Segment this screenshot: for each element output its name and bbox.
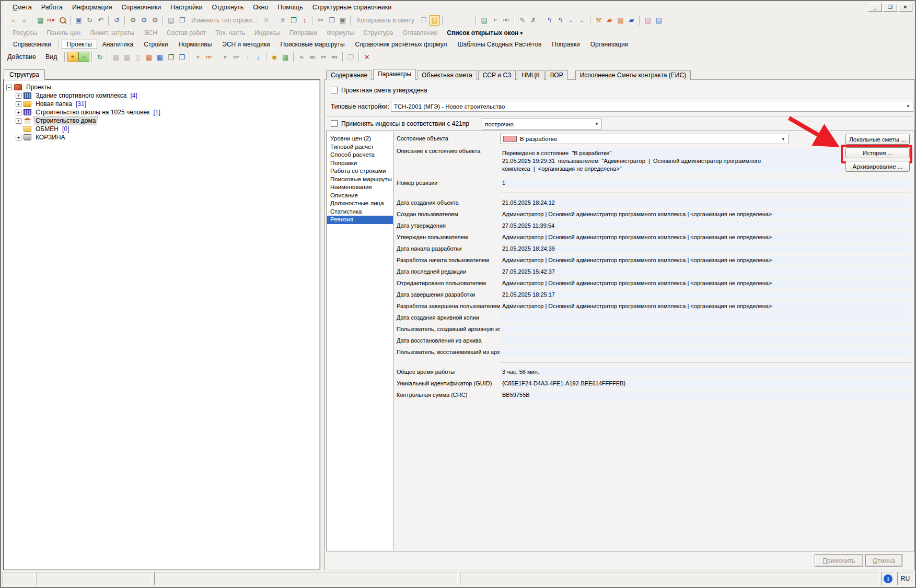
qb-panel-tsen[interactable]: Панель цен	[42, 28, 85, 39]
wtab-stroyki[interactable]: Стройки	[138, 40, 173, 49]
expand-all-icon[interactable]: +	[67, 52, 78, 62]
row-type-clear-icon[interactable]: ✗	[528, 15, 539, 26]
move-up-icon[interactable]: ↑	[242, 52, 253, 62]
open-windows-button[interactable]: Список открытых окон	[442, 28, 520, 39]
wtab-poiskovye-marshruty[interactable]: Поисковые маршруты	[275, 40, 350, 49]
print-preview-icon[interactable]: ❐	[177, 15, 188, 26]
doc-pr2-icon[interactable]: ПР	[231, 52, 242, 62]
materials-icon[interactable]: ▦	[615, 15, 626, 26]
collapse-all-icon[interactable]: −	[78, 52, 89, 62]
menu-deystvie[interactable]: Действие	[3, 52, 41, 62]
add-document-icon[interactable]: ❐	[288, 15, 299, 26]
doc-pr-icon[interactable]: ПР	[501, 15, 512, 26]
qb-resursy[interactable]: Ресурсы	[8, 28, 42, 39]
category-popravki[interactable]: Поправки	[327, 159, 393, 168]
table-settings2-icon[interactable]: ▦	[155, 52, 166, 62]
qb-oglavlenie[interactable]: Оглавление	[398, 28, 442, 39]
labor-resources-icon[interactable]: ⚒	[593, 15, 604, 26]
qb-limit-zatraty[interactable]: Лимит. затраты	[85, 28, 139, 39]
price-book-pink-icon[interactable]: ▤	[642, 15, 653, 26]
cut-icon[interactable]: ✂	[315, 15, 326, 26]
outdent-icon[interactable]: ←	[566, 15, 577, 26]
category-tipovoy-raschet[interactable]: Типовой расчет	[327, 143, 393, 151]
close-button[interactable]: ✕	[898, 3, 912, 12]
close-object-icon[interactable]: ✕	[362, 52, 373, 62]
tree-expander-icon[interactable]: +	[16, 93, 21, 99]
clipboard-icon[interactable]: ▤	[429, 15, 440, 26]
history-button[interactable]: История ...	[845, 147, 910, 158]
approved-checkbox[interactable]	[331, 87, 338, 93]
menu-spravochniki[interactable]: Справочники	[117, 3, 166, 12]
language-indicator[interactable]: RU	[897, 572, 913, 585]
params-p-icon[interactable]: Р	[193, 52, 204, 62]
tab-nmtsk[interactable]: НМЦК	[517, 70, 544, 80]
wtab-spravochnik-raschetnykh-formul[interactable]: Справочник расчётных формул	[350, 40, 453, 49]
refresh-icon[interactable]: ↻	[84, 15, 95, 26]
doc-settings-icon[interactable]: ⚙	[138, 15, 149, 26]
params-pr-icon[interactable]: ПР	[204, 52, 215, 62]
tree-item-stroitelstvo-doma[interactable]: + Строительство дома	[16, 116, 319, 125]
tab-struktura[interactable]: Структура	[4, 69, 45, 80]
qb-struktura[interactable]: Структура	[358, 28, 398, 39]
sort-updown-icon[interactable]: ↕	[299, 15, 310, 26]
apply-button[interactable]: Применить	[815, 554, 863, 567]
row-settings-icon[interactable]: ⚙	[127, 15, 138, 26]
qb-formuly[interactable]: Формулы	[322, 28, 358, 39]
chevron-down-icon[interactable]: ▾	[520, 28, 527, 39]
object-state-select[interactable]: В разработке ▼	[500, 134, 789, 144]
copy-icon[interactable]: ❐	[326, 15, 337, 26]
cancel-button[interactable]: Отмена	[865, 554, 902, 567]
tree-expander-icon[interactable]: +	[16, 118, 21, 124]
coef-percent-icon[interactable]: %	[296, 52, 307, 62]
category-urovni-tsen[interactable]: Уровни цен (2)	[327, 135, 393, 143]
tab-obektnaya-smeta[interactable]: Объектная смета	[417, 70, 477, 80]
menu-pomoshch[interactable]: Помощь	[273, 3, 307, 12]
copy-object-icon[interactable]: ❐	[345, 52, 356, 62]
category-opisanie[interactable]: Описание	[327, 192, 393, 200]
qb-esn[interactable]: ЭСН	[139, 28, 162, 39]
copy-to-estimate-icon[interactable]: ❐	[418, 15, 429, 26]
wtab-organizatsii[interactable]: Организации	[585, 40, 634, 49]
doc-p2-icon[interactable]: Р	[220, 52, 231, 62]
wtab-normativy[interactable]: Нормативы	[173, 40, 217, 49]
table-view-icon[interactable]: ▦	[111, 52, 122, 62]
wtab-spravochniki[interactable]: Справочники	[8, 40, 56, 49]
transport-icon[interactable]: ▰	[626, 15, 637, 26]
category-rabota-so-strokami[interactable]: Работа со строками	[327, 167, 393, 175]
apply-indexes-checkbox[interactable]	[331, 120, 338, 127]
category-statistika[interactable]: Статистика	[327, 208, 393, 216]
machines-icon[interactable]: ▰	[604, 15, 615, 26]
qb-popravki[interactable]: Поправки	[285, 28, 322, 39]
tab-vor[interactable]: ВОР	[546, 70, 568, 80]
category-dolzhnostnye-litsa[interactable]: Должностные лица	[327, 199, 393, 208]
menu-strukturnye-spravochniki[interactable]: Структурные справочники	[308, 3, 397, 12]
menu-rabota[interactable]: Работа	[37, 3, 67, 12]
save-icon[interactable]: ▣	[73, 15, 84, 26]
local-estimates-button[interactable]: Локальные сметы ...	[845, 134, 910, 145]
undo-icon[interactable]: ↶	[95, 15, 106, 26]
category-naimenovaniya[interactable]: Наименования	[327, 183, 393, 192]
tree-item-obmen[interactable]: ОБМЕН [0]	[16, 125, 319, 133]
coef-m2-icon[interactable]: М2	[307, 52, 318, 62]
search-icon[interactable]	[57, 15, 68, 26]
calculator-icon[interactable]: #	[277, 15, 288, 26]
indent-up-icon[interactable]: ↰	[555, 15, 566, 26]
pdf-export-icon[interactable]: PDF	[46, 15, 57, 26]
tree-item-stroitelstvo-shkoly-na-1025-chelovek[interactable]: + Строительство школы на 1025 человек [1…	[16, 108, 319, 116]
officials-icon[interactable]: ☻	[269, 52, 280, 62]
tab-ispolnenie-smety-kontrakta-eis[interactable]: Исполнение Сметы контракта (ЕИС)	[575, 70, 691, 80]
menu-otdokhnut[interactable]: Отдохнуть	[207, 3, 249, 12]
category-reviziya[interactable]: Ревизия	[327, 216, 393, 224]
archiving-button[interactable]: Архивирование ...	[845, 161, 910, 172]
doc-p-icon[interactable]: P	[490, 15, 501, 26]
tree-expander-icon[interactable]: +	[16, 110, 21, 115]
tree-item-proekty[interactable]: − Проекты	[6, 83, 319, 91]
export-table-icon[interactable]: ❐	[166, 52, 177, 62]
tree-item-korzina[interactable]: + КОРЗИНА	[16, 133, 319, 142]
structure-insert-icon[interactable]: ≡	[19, 15, 30, 26]
category-poiskovye-marshruty[interactable]: Поисковые маршруты	[327, 175, 393, 184]
table-view2-icon[interactable]: ▦	[122, 52, 133, 62]
wtab-shablony-svodnykh-raschetov[interactable]: Шаблоны Сводных Расчётов	[452, 40, 547, 49]
wtab-popravki[interactable]: Поправки	[547, 40, 585, 49]
typical-settings-select[interactable]: ТСН-2001 (МГЭ) - Новое строительство ▼	[391, 101, 913, 112]
